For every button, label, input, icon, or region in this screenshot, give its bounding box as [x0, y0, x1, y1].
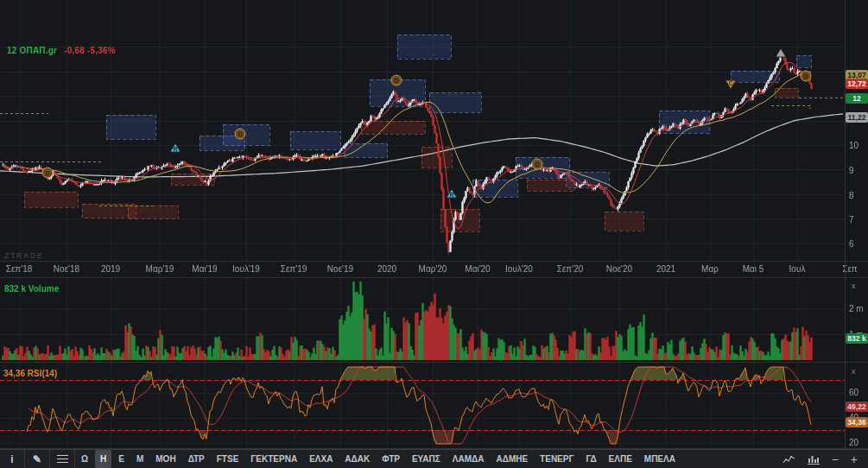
toolbar-button-ΕΛΧΑ[interactable]: ΕΛΧΑ — [304, 450, 338, 468]
toolbar-button-ΑΔΑΚ[interactable]: ΑΔΑΚ — [339, 450, 375, 468]
volume-chart-canvas[interactable] — [0, 278, 845, 363]
info-icon: i — [10, 453, 13, 465]
time-axis-label: Νοε'18 — [54, 264, 79, 274]
ticker-symbol: 12 ΟΠΑΠ.gr — [7, 46, 57, 55]
draw-button[interactable]: ✎ — [25, 450, 50, 468]
time-axis-label: Νοε'19 — [327, 264, 353, 274]
rsi-chart-canvas[interactable] — [0, 363, 845, 449]
toolbar-button-ΤΕΝΕΡΓ[interactable]: ΤΕΝΕΡΓ — [535, 450, 579, 468]
signal-triangle-icon: C — [725, 79, 737, 90]
svg-text:C: C — [729, 80, 733, 86]
watchlist-icon — [57, 455, 68, 463]
draw-icon: ✎ — [33, 453, 41, 465]
toolbar-button-ΑΔΜΗΕ[interactable]: ΑΔΜΗΕ — [491, 450, 533, 468]
time-axis-label: Μαρ'20 — [419, 264, 447, 274]
price-badge: 11,22 — [846, 112, 868, 123]
info-button[interactable]: i — [0, 450, 25, 468]
price-badge: 832 k — [846, 333, 868, 344]
dividend-marker[interactable]: D — [532, 159, 543, 170]
chart-markers-layer: DRDDRDCD↓ — [0, 0, 845, 262]
rsi-name: RSI(14) — [28, 369, 57, 378]
chart-style-button[interactable] — [782, 454, 795, 465]
price-scale-tick: 6 — [849, 239, 854, 249]
panel-divider[interactable] — [0, 362, 868, 363]
toolbar-button-ΕΛΠΕ[interactable]: ΕΛΠΕ — [604, 450, 637, 468]
panel-divider — [0, 277, 868, 278]
toolbar-button-ΔΤΡ[interactable]: ΔΤΡ — [183, 450, 210, 468]
toolbar-button-ΜΟΗ[interactable]: ΜΟΗ — [150, 450, 181, 468]
time-axis-label: Μαρ'19 — [146, 264, 174, 274]
time-axis-label: Νοε'20 — [606, 264, 632, 274]
price-badge: 34,36 — [846, 417, 868, 427]
watchlist-button[interactable] — [50, 450, 75, 468]
toolbar-button-ΦΤΡ[interactable]: ΦΤΡ — [377, 450, 405, 468]
price-scale-tick: 2 m — [849, 304, 864, 313]
bottom-toolbar: i✎ΩΗΕΜΜΟΗΔΤΡFTSEΓΕΚΤΕΡΝΑΕΛΧΑΑΔΑΚΦΤΡΕΥΑΠΣ… — [0, 449, 868, 468]
toolbar-button-ΕΥΑΠΣ[interactable]: ΕΥΑΠΣ — [407, 450, 446, 468]
toolbar-button-Η[interactable]: Η — [95, 450, 111, 468]
volume-name: Volume — [29, 284, 59, 294]
time-axis-label: Ιουλ'19 — [232, 264, 260, 274]
time-axis-label: Μαρ — [701, 264, 719, 274]
ticker-change: -0,68 -5,36% — [64, 46, 116, 55]
price-badge: 49,22 — [846, 402, 868, 412]
price-badge: 12,72 — [846, 79, 868, 89]
time-axis-label: Μαι'20 — [465, 264, 490, 274]
rsi-value: 34,36 — [3, 369, 25, 378]
signal-marker[interactable]: C — [725, 79, 737, 90]
price-scale-tick: 60 — [849, 388, 858, 397]
ticker-legend[interactable]: 12 ΟΠΑΠ.gr -0,68 -5,36% — [7, 46, 116, 55]
signal-triangle-icon: R — [169, 142, 181, 153]
signal-marker[interactable]: R — [169, 142, 181, 153]
volume-panel-close-button[interactable]: x — [852, 281, 856, 290]
time-axis-label: Μαι 5 — [743, 264, 764, 274]
dividend-marker[interactable]: D — [42, 168, 54, 179]
price-scale[interactable]: 10987613,0712,721211,22x2 m1 m832 kx6040… — [846, 0, 868, 449]
ztrade-watermark: ZTRADE — [4, 251, 44, 260]
price-scale-tick: 8 — [849, 191, 854, 200]
sell-arrow-marker[interactable]: ↓ — [808, 101, 813, 110]
toolbar-button-ΜΠΕΛΑ[interactable]: ΜΠΕΛΑ — [639, 450, 681, 468]
time-axis-label: 2019 — [101, 264, 120, 274]
price-scale-tick: 10 — [849, 141, 858, 150]
toolbar-right-group: −+ — [782, 450, 868, 468]
histogram-icon — [808, 454, 820, 465]
time-axis-label: Σεπ'20 — [557, 264, 584, 274]
time-axis-label: Σεπ'19 — [281, 264, 307, 274]
dividend-marker[interactable]: D — [235, 129, 246, 140]
price-scale-tick: 9 — [849, 166, 854, 175]
peak-triangle-icon — [775, 47, 787, 58]
toolbar-button-ΓΕΚΤΕΡΝΑ[interactable]: ΓΕΚΤΕΡΝΑ — [245, 450, 302, 468]
histogram-button[interactable] — [808, 454, 820, 465]
panel-divider — [0, 261, 868, 262]
trading-app-window: DRDDRDCD↓ 12 ΟΠΑΠ.gr -0,68 -5,36% ZTRADE… — [0, 0, 868, 468]
combo-chart-icon — [782, 454, 795, 465]
rsi-indicator-label[interactable]: 34,36 RSI(14) — [3, 369, 57, 378]
zoom-in-button[interactable]: + — [851, 452, 858, 466]
time-axis[interactable]: Σεπ'18Νοε'182019Μαρ'19Μαι'19Ιουλ'19Σεπ'1… — [0, 262, 868, 278]
time-axis-label: 2020 — [377, 264, 396, 274]
price-scale-tick: 7 — [849, 215, 854, 225]
price-scale-tick: 20 — [849, 438, 858, 447]
peak-marker[interactable] — [775, 47, 787, 58]
time-axis-label: Σεπ'18 — [6, 264, 33, 274]
price-badge: 12 — [846, 93, 868, 104]
volume-value: 832 k — [4, 284, 26, 294]
toolbar-button-Ω[interactable]: Ω — [76, 450, 93, 468]
dividend-marker[interactable]: D — [391, 75, 402, 86]
svg-text:R: R — [450, 192, 454, 198]
zoom-out-button[interactable]: − — [832, 452, 839, 466]
toolbar-button-ΓΔ[interactable]: ΓΔ — [580, 450, 601, 468]
toolbar-button-ΛΑΜΔΑ[interactable]: ΛΑΜΔΑ — [447, 450, 490, 468]
rsi-panel-close-button[interactable]: x — [852, 367, 856, 376]
toolbar-button-Ε[interactable]: Ε — [113, 450, 130, 468]
time-axis-label: Μαι'19 — [192, 264, 217, 274]
time-axis-label: 2021 — [656, 264, 675, 274]
volume-indicator-label[interactable]: 832 k Volume — [4, 284, 59, 294]
dividend-marker[interactable]: D — [801, 71, 812, 82]
time-axis-label: Ιουλ — [789, 264, 806, 274]
toolbar-button-FTSE[interactable]: FTSE — [212, 450, 244, 468]
toolbar-button-Μ[interactable]: Μ — [131, 450, 149, 468]
time-axis-label: Ιουλ'20 — [505, 264, 533, 274]
signal-marker[interactable]: R — [446, 188, 458, 199]
